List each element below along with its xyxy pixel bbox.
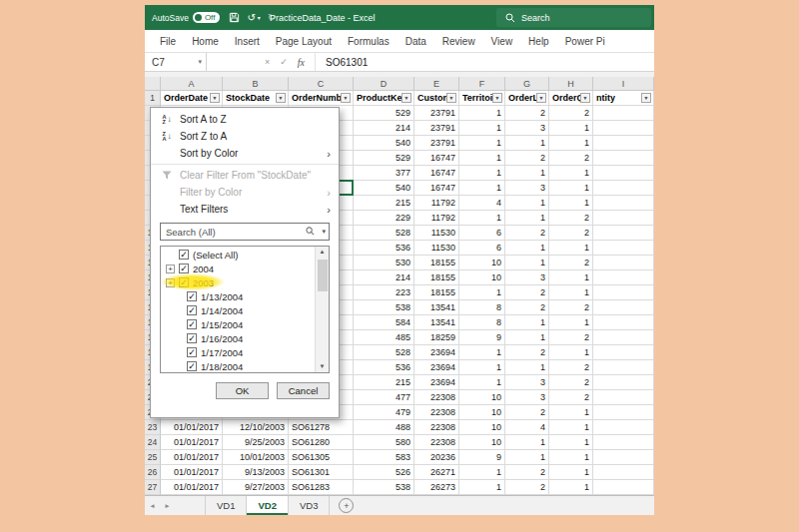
cell-E3[interactable]: 23791 <box>414 121 459 136</box>
cell-D23[interactable]: 488 <box>354 420 414 435</box>
cell-G8[interactable]: 1 <box>505 196 549 211</box>
sheet-tab-vd2[interactable]: VD2 <box>247 496 288 515</box>
cell-F23[interactable]: 10 <box>459 420 505 435</box>
column-header-A[interactable]: A <box>161 77 223 91</box>
checkbox[interactable]: ✓ <box>179 250 189 260</box>
cell-D6[interactable]: 377 <box>354 166 414 181</box>
menu-sort-z-to-a[interactable]: ZA ↓ Sort Z to A <box>151 128 339 145</box>
cell-B27[interactable]: 9/27/2003 <box>223 480 289 495</box>
ribbon-tab-formulas[interactable]: Formulas <box>340 36 398 47</box>
cell-F11[interactable]: 6 <box>459 241 505 256</box>
filter-dropdown-button[interactable]: ▾ <box>341 93 351 103</box>
cell-D9[interactable]: 229 <box>354 211 414 226</box>
cell-E5[interactable]: 16747 <box>414 151 459 166</box>
cell-E18[interactable]: 23694 <box>414 345 459 360</box>
filter-dropdown-button[interactable]: ▾ <box>492 93 502 103</box>
cell-G12[interactable]: 1 <box>505 256 549 270</box>
cell-G20[interactable]: 3 <box>505 375 549 390</box>
cell-G18[interactable]: 2 <box>505 345 549 360</box>
cell-H9[interactable]: 2 <box>549 211 593 226</box>
cell-G17[interactable]: 1 <box>505 330 549 345</box>
cell-D11[interactable]: 536 <box>354 241 414 256</box>
cell-E25[interactable]: 20236 <box>414 450 459 465</box>
cell-C26[interactable]: SO61301 <box>289 465 354 480</box>
cell-D17[interactable]: 485 <box>354 330 414 345</box>
cell-I24[interactable] <box>593 435 654 450</box>
cell-H7[interactable]: 1 <box>549 181 593 196</box>
menu-text-filters[interactable]: Text Filters › <box>151 201 339 218</box>
ribbon-tab-help[interactable]: Help <box>520 36 557 47</box>
expand-icon[interactable]: + <box>166 265 175 273</box>
ribbon-tab-file[interactable]: File <box>152 36 184 47</box>
cell-D19[interactable]: 536 <box>354 360 414 375</box>
add-sheet-button[interactable]: + <box>339 498 354 513</box>
row-header-25[interactable]: 25 <box>145 450 161 465</box>
row-header-1[interactable]: 1 <box>145 91 161 106</box>
cell-H4[interactable]: 1 <box>549 136 593 151</box>
cell-D7[interactable]: 540 <box>354 181 414 196</box>
checkbox[interactable]: ✓ <box>187 319 197 329</box>
header-cell-B[interactable]: StockDate▾ <box>223 91 289 106</box>
cell-G26[interactable]: 2 <box>505 465 549 480</box>
ribbon-tab-review[interactable]: Review <box>434 36 483 47</box>
cell-G22[interactable]: 2 <box>505 405 549 420</box>
cell-D10[interactable]: 528 <box>354 226 414 241</box>
cell-E6[interactable]: 16747 <box>414 166 459 181</box>
cell-I14[interactable] <box>593 285 654 300</box>
ribbon-tab-home[interactable]: Home <box>184 36 227 47</box>
cell-G6[interactable]: 1 <box>505 166 549 181</box>
sheet-tab-vd1[interactable]: VD1 <box>205 496 247 515</box>
cell-F5[interactable]: 1 <box>459 151 505 166</box>
checkbox[interactable]: ✓ <box>187 333 197 343</box>
header-cell-H[interactable]: OrderQ▾ <box>549 91 593 106</box>
cell-E15[interactable]: 13541 <box>414 300 459 315</box>
scroll-up-icon[interactable]: ▲ <box>320 247 326 258</box>
cell-I18[interactable] <box>593 345 654 360</box>
cell-I9[interactable] <box>593 211 654 226</box>
cell-I5[interactable] <box>593 151 654 166</box>
cell-H11[interactable]: 1 <box>549 241 593 256</box>
autosave-toggle[interactable]: Off <box>193 12 221 23</box>
cell-F20[interactable]: 1 <box>459 375 505 390</box>
cell-H18[interactable]: 1 <box>549 345 593 360</box>
cell-A26[interactable]: 01/01/2017 <box>161 465 223 480</box>
cell-E14[interactable]: 18155 <box>414 285 459 300</box>
cell-F3[interactable]: 1 <box>459 121 505 136</box>
cell-D26[interactable]: 526 <box>354 465 414 480</box>
cell-D25[interactable]: 583 <box>354 450 414 465</box>
cell-D14[interactable]: 223 <box>354 285 414 300</box>
ribbon-tab-view[interactable]: View <box>483 36 521 47</box>
header-cell-E[interactable]: Custome▾ <box>414 91 459 106</box>
cell-H10[interactable]: 2 <box>549 226 593 241</box>
cell-F18[interactable]: 1 <box>459 345 505 360</box>
cell-H6[interactable]: 1 <box>549 166 593 181</box>
ribbon-tab-insert[interactable]: Insert <box>227 36 268 47</box>
cell-I21[interactable] <box>593 390 654 405</box>
cell-F19[interactable]: 1 <box>459 360 505 375</box>
cell-F17[interactable]: 9 <box>459 330 505 345</box>
cell-G15[interactable]: 2 <box>505 300 549 315</box>
cell-I8[interactable] <box>593 196 654 211</box>
sheet-tab-vd3[interactable]: VD3 <box>289 496 330 515</box>
cell-E17[interactable]: 18259 <box>414 330 459 345</box>
cell-E21[interactable]: 22308 <box>414 390 459 405</box>
cell-I25[interactable] <box>593 450 654 465</box>
cell-H23[interactable]: 1 <box>549 420 593 435</box>
cell-H5[interactable]: 2 <box>549 151 593 166</box>
cell-E27[interactable]: 26273 <box>414 480 459 495</box>
sheet-nav-left-icon[interactable]: ◄ <box>145 496 160 515</box>
cell-B26[interactable]: 9/13/2003 <box>223 465 289 480</box>
cancel-entry-icon[interactable]: × <box>265 57 270 67</box>
ribbon-tab-page-layout[interactable]: Page Layout <box>268 36 340 47</box>
cell-G10[interactable]: 2 <box>505 226 549 241</box>
cell-E12[interactable]: 18155 <box>414 256 459 270</box>
filter-item-1152004[interactable]: ✓1/15/2004 <box>161 317 314 331</box>
cell-I15[interactable] <box>593 300 654 315</box>
filter-dropdown-button[interactable]: ▾ <box>446 93 456 103</box>
cell-F2[interactable]: 1 <box>459 106 505 121</box>
list-scrollbar[interactable]: ▲ ▼ <box>315 247 329 372</box>
cell-E20[interactable]: 23694 <box>414 375 459 390</box>
cell-I12[interactable] <box>593 256 654 270</box>
filter-item-1162004[interactable]: ✓1/16/2004 <box>161 331 314 345</box>
cell-E2[interactable]: 23791 <box>414 106 459 121</box>
